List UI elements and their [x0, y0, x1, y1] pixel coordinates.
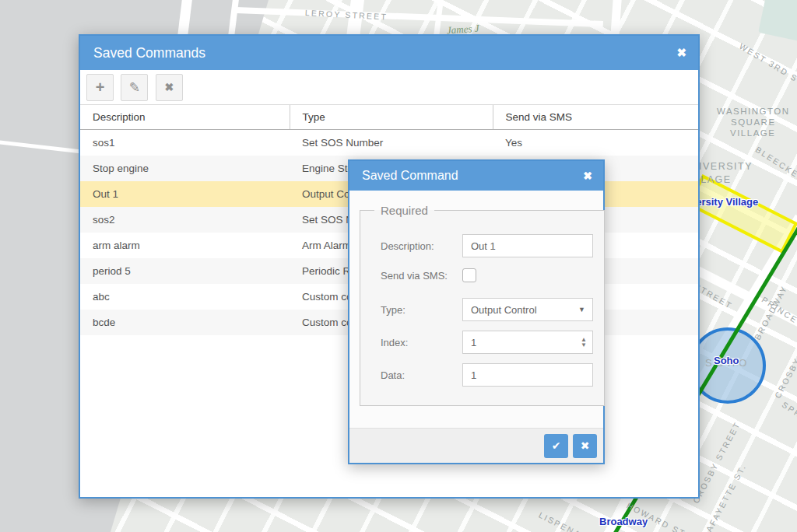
type-row: Type: Output Control ▼	[381, 298, 593, 321]
data-field[interactable]	[462, 363, 593, 387]
close-icon[interactable]: ✖	[676, 36, 686, 70]
confirm-button[interactable]: ✔	[544, 434, 568, 458]
park-area	[758, 0, 797, 44]
type-label: Type:	[381, 304, 462, 316]
close-icon[interactable]: ✖	[583, 161, 592, 191]
required-legend: Required	[374, 204, 434, 217]
column-header-description: Description	[80, 105, 290, 130]
street-label-spring: SPRING STREET	[781, 400, 797, 456]
stepper-down-icon[interactable]: ▼	[581, 342, 587, 348]
app-canvas: LEROY STREET James J WEST 3RD STREET WAS…	[0, 0, 797, 532]
saved-commands-title: Saved Commands	[93, 45, 205, 61]
street-label-bleecker: BLEECKER STREET	[754, 145, 797, 209]
sms-label: Send via SMS:	[381, 270, 462, 282]
sms-row: Send via SMS:	[381, 268, 593, 282]
cell-description: bcde	[80, 310, 290, 335]
sms-checkbox[interactable]	[462, 268, 476, 282]
geofence-label-soho: Soho	[714, 355, 739, 366]
cell-description: sos2	[80, 207, 290, 233]
area-label-washington-square-2: SQUARE	[731, 117, 776, 127]
add-command-button[interactable]: +	[86, 74, 114, 101]
cancel-button[interactable]: ✖	[573, 434, 597, 458]
cell-description: sos1	[80, 130, 290, 156]
saved-command-dialog: Saved Command ✖ Required Description: Se…	[348, 159, 605, 464]
edit-command-button[interactable]: ✎	[121, 74, 148, 101]
table-row[interactable]: sos1 Set SOS Number Yes	[80, 130, 698, 156]
data-label: Data:	[381, 369, 462, 381]
cell-type: Set SOS Number	[290, 130, 493, 156]
saved-command-title: Saved Command	[362, 169, 458, 182]
chevron-down-icon: ▼	[578, 306, 585, 313]
street-label-lispenard: LISPENARD	[537, 510, 596, 532]
cell-description: arm alarm	[80, 233, 290, 258]
cell-description: period 5	[80, 258, 290, 284]
description-row: Description:	[381, 234, 593, 257]
geofence-university-village[interactable]	[687, 174, 797, 254]
saved-commands-titlebar: Saved Commands ✖	[80, 36, 698, 70]
area-label-washington-square-3: VILLAGE	[730, 128, 775, 138]
type-dropdown-value: Output Control	[471, 304, 537, 316]
index-label: Index:	[381, 337, 462, 348]
cell-description: Stop engine	[80, 156, 290, 181]
street-label-leroy: LEROY STREET	[305, 8, 388, 22]
delete-command-button[interactable]: ✖	[156, 74, 183, 101]
stepper-arrows[interactable]: ▲ ▼	[581, 337, 587, 348]
geofence-label-broadway: Broadway	[599, 516, 648, 527]
description-label: Description:	[381, 240, 462, 252]
cell-description: Out 1	[80, 181, 290, 207]
index-stepper-value: 1	[471, 337, 476, 348]
command-dialog-footer: ✔ ✖	[349, 428, 603, 463]
street-label-crosby-a: CROSBY STREET	[773, 315, 797, 400]
table-header-row: Description Type Send via SMS	[80, 105, 698, 130]
description-field[interactable]	[462, 234, 593, 257]
commands-toolbar: + ✎ ✖	[80, 70, 698, 105]
type-dropdown[interactable]: Output Control ▼	[462, 298, 593, 321]
column-header-sms: Send via SMS	[493, 105, 698, 130]
area-label-washington-square-1: WASHINGTON	[717, 107, 790, 116]
index-row: Index: 1 ▲ ▼	[381, 331, 593, 354]
street-label-west-3rd: WEST 3RD STREET	[738, 41, 797, 102]
data-row: Data:	[381, 363, 593, 387]
index-stepper[interactable]: 1 ▲ ▼	[462, 331, 593, 354]
cell-description: abc	[80, 284, 290, 310]
cell-sms: Yes	[493, 130, 698, 156]
column-header-type: Type	[290, 105, 493, 130]
required-fieldset: Required Description: Send via SMS: Type…	[360, 204, 605, 406]
leroy-street-line	[236, 7, 603, 27]
saved-command-titlebar: Saved Command ✖	[349, 161, 603, 191]
